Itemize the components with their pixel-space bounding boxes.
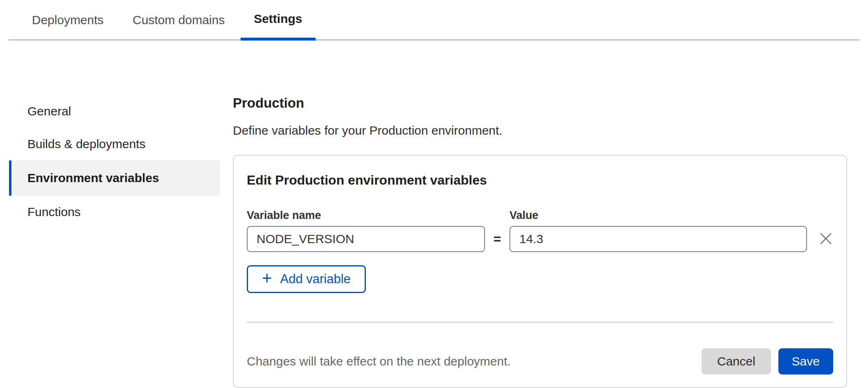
- main-panel: Production Define variables for your Pro…: [233, 95, 847, 388]
- tab-deployments[interactable]: Deployments: [19, 13, 117, 41]
- variable-value-input[interactable]: [510, 226, 807, 252]
- tab-settings[interactable]: Settings: [241, 12, 315, 41]
- add-variable-label: Add variable: [280, 272, 351, 286]
- add-variable-button[interactable]: + Add variable: [247, 265, 366, 293]
- remove-variable-cell: [807, 230, 835, 248]
- plus-icon: +: [262, 270, 272, 287]
- save-button[interactable]: Save: [778, 348, 833, 374]
- variable-row: Variable name Value =: [247, 209, 833, 252]
- close-icon: [818, 231, 834, 248]
- environment-variables-card: Edit Production environment variables Va…: [233, 155, 847, 388]
- card-footer: Changes will take effect on the next dep…: [247, 348, 833, 374]
- variable-name-input[interactable]: [247, 226, 485, 252]
- tab-custom-domains[interactable]: Custom domains: [119, 13, 238, 41]
- sidebar-item-environment-variables[interactable]: Environment variables: [9, 160, 220, 196]
- value-label: Value: [510, 209, 807, 222]
- remove-variable-button[interactable]: [817, 230, 835, 248]
- cancel-button[interactable]: Cancel: [701, 348, 771, 374]
- sidebar-item-general[interactable]: General: [0, 95, 220, 128]
- variable-name-label: Variable name: [247, 209, 485, 222]
- card-divider: [247, 322, 833, 323]
- settings-sidebar: General Builds & deployments Environment…: [0, 95, 220, 228]
- footer-note: Changes will take effect on the next dep…: [247, 354, 701, 368]
- page-subtitle: Define variables for your Production env…: [233, 124, 847, 138]
- equals-sign: =: [485, 232, 510, 247]
- page-title: Production: [233, 95, 847, 111]
- tab-bar: Deployments Custom domains Settings: [9, 0, 859, 41]
- content-area: General Builds & deployments Environment…: [0, 95, 868, 388]
- card-title: Edit Production environment variables: [247, 173, 833, 188]
- sidebar-item-builds-deployments[interactable]: Builds & deployments: [0, 128, 220, 160]
- sidebar-item-functions[interactable]: Functions: [0, 196, 220, 228]
